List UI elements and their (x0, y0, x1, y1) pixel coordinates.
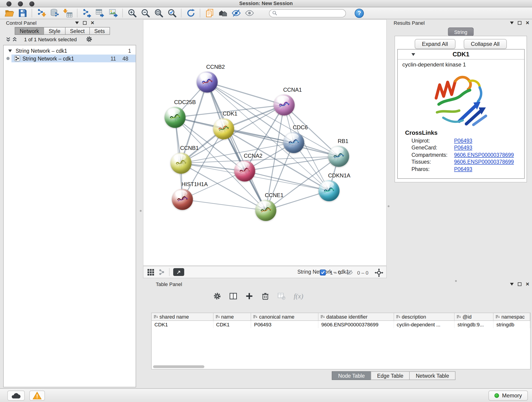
network-edge[interactable] (207, 82, 284, 105)
zoom-fit-button[interactable] (153, 7, 164, 19)
selected-checkbox-icon[interactable] (320, 269, 326, 275)
create-column-button[interactable] (244, 291, 255, 302)
share-network-icon[interactable] (158, 268, 165, 276)
network-collection-row[interactable]: String Network – cdk1 1 (4, 47, 136, 55)
minimize-window-button[interactable] (18, 1, 23, 6)
network-node-cdkn1a[interactable] (318, 180, 340, 201)
horizontal-scrollbar-thumb[interactable] (153, 365, 204, 368)
crosslink-link[interactable]: 9606.ENSP00000378699 (454, 152, 514, 158)
import-network-file-button[interactable] (36, 7, 47, 19)
delete-column-button[interactable] (260, 291, 271, 302)
collapse-all-button[interactable]: Collapse All (463, 39, 507, 49)
cloud-button[interactable] (7, 390, 25, 401)
gear-icon[interactable] (86, 36, 93, 43)
open-session-button[interactable] (4, 7, 15, 19)
table-row[interactable]: CDK1CDK1P064939606.ENSP00000378699cyclin… (152, 321, 530, 328)
expand-all-button[interactable]: Expand All (415, 39, 455, 49)
disclosure-triangle-icon[interactable] (8, 49, 12, 52)
save-session-button[interactable] (17, 7, 28, 19)
network-node-cdc6[interactable] (283, 132, 304, 153)
column-header-namespac[interactable]: namespac (494, 313, 530, 320)
duplicate-page-button[interactable] (204, 7, 215, 19)
network-node-ccna2[interactable] (234, 160, 255, 182)
open-in-window-button[interactable] (173, 268, 184, 276)
network-node-cdc25b[interactable] (165, 107, 186, 128)
crosslink-link[interactable]: P06493 (454, 138, 472, 143)
help-button[interactable]: ? (355, 8, 364, 18)
tab-edge-table[interactable]: Edge Table (371, 371, 410, 380)
panel-menu-icon[interactable] (510, 21, 514, 24)
tab-network[interactable]: Network (15, 27, 44, 35)
panel-menu-icon[interactable] (75, 21, 79, 24)
column-header-database-identifier[interactable]: database identifier (318, 313, 394, 320)
warnings-button[interactable] (29, 390, 45, 401)
network-canvas[interactable]: CCNB2CCNA1CDC25BCDK1CDC6RB1CCNB1CCNA2CDK… (143, 19, 387, 266)
network-edge[interactable] (207, 82, 266, 211)
search-field[interactable] (269, 9, 346, 17)
zoom-in-button[interactable] (127, 7, 138, 19)
memory-status-icon (494, 393, 499, 398)
disclosure-triangle-icon[interactable] (412, 53, 415, 56)
home-button[interactable] (217, 7, 228, 19)
splitter-handle[interactable] (388, 205, 389, 207)
string-tab-badge[interactable]: String (448, 27, 474, 36)
pan-crosshair-icon[interactable] (374, 268, 384, 277)
network-node-ccnb1[interactable] (171, 153, 191, 174)
network-row-selected[interactable]: String Network – cdk1 11 48 (4, 55, 136, 62)
tab-sets[interactable]: Sets (89, 27, 110, 35)
toggle-columns-button[interactable] (228, 291, 239, 302)
gene-card-header[interactable]: CDK1 (398, 50, 524, 60)
export-image-button[interactable] (108, 7, 119, 19)
crosslink-link[interactable]: P06493 (454, 145, 472, 151)
collapse-all-chevron-icon[interactable] (6, 37, 11, 42)
import-table-button[interactable] (62, 7, 73, 19)
zoom-out-button[interactable] (140, 7, 151, 19)
close-window-button[interactable] (6, 1, 12, 6)
splitter-handle[interactable] (140, 210, 142, 212)
column-header-shared-name[interactable]: shared name (152, 313, 213, 320)
panel-close-icon[interactable]: × (526, 21, 529, 25)
network-edge[interactable] (182, 199, 266, 211)
import-network-database-button[interactable] (49, 7, 60, 19)
network-node-hist1h1a[interactable] (172, 189, 193, 210)
crosslink-link[interactable]: 9606.ENSP00000378699 (454, 159, 514, 165)
export-table-button[interactable] (94, 7, 105, 19)
apply-layout-button[interactable] (185, 7, 196, 19)
panel-float-icon[interactable] (83, 21, 87, 25)
node-label-cdkn1a: CDKN1A (328, 172, 350, 179)
column-header-description[interactable]: description (394, 313, 455, 320)
panel-float-icon[interactable] (518, 21, 522, 25)
search-icon (272, 11, 277, 16)
edge-layer (143, 20, 387, 266)
column-header-canonical-name[interactable]: canonical name (251, 313, 318, 320)
zoom-selected-button[interactable] (166, 7, 177, 19)
panel-close-icon[interactable]: × (526, 282, 529, 286)
table-settings-button[interactable] (212, 291, 223, 302)
memory-button[interactable]: Memory (488, 390, 528, 401)
grid-overview-icon[interactable] (147, 268, 154, 276)
expand-all-chevron-icon[interactable] (12, 37, 17, 42)
network-node-ccne1[interactable] (255, 200, 276, 221)
panel-float-icon[interactable] (518, 282, 522, 286)
export-network-button[interactable] (81, 7, 92, 19)
tab-node-table[interactable]: Node Table (332, 371, 371, 380)
crosslink-link[interactable]: P06493 (454, 166, 472, 172)
tab-network-table[interactable]: Network Table (409, 371, 456, 380)
panel-close-icon[interactable]: × (91, 21, 94, 25)
tab-select[interactable]: Select (65, 27, 90, 35)
network-node-cdk1[interactable] (213, 118, 234, 139)
tab-style[interactable]: Style (44, 27, 65, 35)
network-node-ccna1[interactable] (273, 95, 295, 115)
column-header--id[interactable]: @id (455, 313, 494, 320)
panel-menu-icon[interactable] (510, 283, 514, 285)
hide-selected-button[interactable] (230, 7, 241, 19)
function-builder-button[interactable]: f(x) (292, 292, 303, 300)
show-all-button[interactable] (244, 7, 255, 19)
network-node-ccnb2[interactable] (196, 71, 218, 93)
column-header-name[interactable]: name (213, 313, 251, 320)
hidden-eye-icon[interactable] (345, 269, 353, 275)
zoom-window-button[interactable] (29, 1, 34, 6)
network-node-rb1[interactable] (328, 146, 349, 167)
search-input[interactable] (279, 10, 343, 16)
network-row-highlight[interactable]: String Network – cdk1 11 48 (12, 55, 136, 62)
